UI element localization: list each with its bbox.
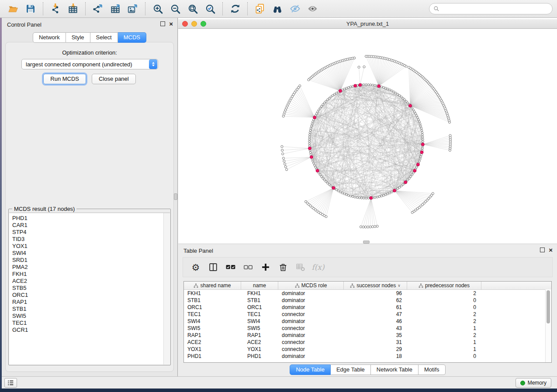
network-node[interactable]: [346, 87, 348, 89]
network-node[interactable]: [363, 197, 365, 199]
mcds-result-item[interactable]: STP4: [12, 229, 163, 236]
network-node[interactable]: [383, 86, 385, 89]
network-node[interactable]: [319, 107, 322, 109]
optimization-criterion-select[interactable]: largest connected component (undirected): [21, 59, 158, 69]
network-node[interactable]: [367, 84, 370, 86]
network-leaf-node[interactable]: [281, 149, 284, 151]
mcds-dominator-node[interactable]: [339, 89, 342, 93]
network-node[interactable]: [336, 92, 338, 94]
network-node[interactable]: [395, 92, 397, 94]
network-node[interactable]: [397, 188, 399, 190]
mcds-dominator-node[interactable]: [416, 163, 419, 166]
network-leaf-node[interactable]: [369, 226, 371, 228]
mcds-dominator-node[interactable]: [413, 169, 416, 172]
cell-mcds-role[interactable]: connector: [278, 311, 344, 318]
network-node[interactable]: [420, 125, 422, 127]
zoom-selected-button[interactable]: [202, 2, 218, 16]
table-row[interactable]: YOX1YOX1connector291: [184, 346, 551, 353]
network-leaf-node[interactable]: [284, 163, 286, 165]
network-node[interactable]: [309, 129, 311, 131]
table-row[interactable]: ORC1ORC1dominator610: [184, 304, 551, 311]
mcds-result-item[interactable]: STB1: [12, 306, 163, 313]
network-node[interactable]: [323, 102, 325, 104]
network-node[interactable]: [411, 107, 413, 109]
cell-successor-nodes[interactable]: 46: [344, 318, 407, 325]
column-header-successor-nodes[interactable]: successor nodes∨: [344, 282, 407, 289]
cell-successor-nodes[interactable]: 35: [344, 332, 407, 339]
tab-network[interactable]: Network: [33, 32, 66, 43]
network-node[interactable]: [308, 141, 311, 143]
mcds-result-item[interactable]: FKH1: [12, 271, 163, 278]
network-node[interactable]: [348, 86, 350, 89]
mcds-result-item[interactable]: RAP1: [12, 299, 163, 306]
network-node[interactable]: [346, 194, 348, 196]
column-header-shared-name[interactable]: shared name: [184, 282, 241, 289]
network-node[interactable]: [370, 84, 372, 86]
network-node[interactable]: [308, 143, 311, 145]
network-node[interactable]: [352, 196, 354, 198]
network-node[interactable]: [365, 84, 367, 86]
cell-shared-name[interactable]: FKH1: [184, 290, 241, 297]
network-node[interactable]: [327, 182, 329, 184]
network-node[interactable]: [337, 190, 339, 192]
network-node[interactable]: [349, 86, 352, 88]
network-node[interactable]: [398, 186, 401, 189]
tab-node-table[interactable]: Node Table: [290, 364, 331, 375]
network-node[interactable]: [343, 88, 346, 90]
float-panel-icon[interactable]: [160, 21, 165, 26]
close-panel-icon[interactable]: ×: [169, 21, 173, 26]
cell-successor-nodes[interactable]: 61: [344, 304, 407, 311]
network-node[interactable]: [411, 174, 413, 176]
cell-name[interactable]: FKH1: [241, 290, 278, 297]
cell-name[interactable]: YOX1: [241, 346, 278, 353]
horizontal-splitter-handle[interactable]: [363, 241, 370, 244]
save-session-button[interactable]: [23, 2, 38, 16]
network-node[interactable]: [416, 166, 418, 168]
mcds-result-list[interactable]: PHD1CAR1STP4TID3YOX1SWI4SRD1PMA2FKH1ACE2…: [9, 213, 170, 364]
close-panel-button[interactable]: Close panel: [92, 74, 136, 84]
network-leaf-node[interactable]: [408, 66, 410, 69]
network-node[interactable]: [419, 160, 421, 162]
select-all-columns-button[interactable]: [224, 261, 237, 274]
network-node[interactable]: [309, 151, 311, 154]
mcds-result-item[interactable]: YOX1: [12, 243, 163, 250]
network-node[interactable]: [385, 194, 387, 196]
cell-name[interactable]: SWI5: [241, 325, 278, 332]
network-node[interactable]: [410, 175, 412, 178]
network-node[interactable]: [378, 196, 381, 198]
network-node[interactable]: [405, 100, 408, 103]
unselect-all-columns-button[interactable]: [242, 261, 255, 274]
window-minimize-icon[interactable]: [191, 21, 197, 27]
cell-predecessor-nodes[interactable]: 0: [407, 297, 481, 304]
cell-shared-name[interactable]: RAP1: [184, 332, 241, 339]
network-node[interactable]: [341, 192, 343, 194]
network-node[interactable]: [372, 84, 374, 86]
zoom-fit-button[interactable]: [185, 2, 201, 16]
network-node[interactable]: [358, 197, 360, 199]
network-node[interactable]: [391, 191, 393, 193]
tab-mcds[interactable]: MCDS: [118, 32, 146, 43]
network-node[interactable]: [419, 158, 421, 160]
network-node[interactable]: [419, 121, 421, 123]
network-node[interactable]: [404, 99, 406, 101]
hide-details-button[interactable]: [287, 2, 303, 16]
network-node[interactable]: [354, 196, 356, 198]
cell-name[interactable]: SWI4: [241, 318, 278, 325]
show-details-button[interactable]: [304, 2, 320, 16]
network-node[interactable]: [416, 115, 418, 117]
network-node[interactable]: [310, 127, 312, 129]
cell-successor-nodes[interactable]: 96: [344, 290, 407, 297]
network-leaf-node[interactable]: [364, 226, 367, 228]
network-node[interactable]: [361, 197, 363, 199]
table-row[interactable]: PHD1PHD1dominator180: [184, 353, 551, 360]
network-node[interactable]: [376, 196, 378, 198]
cell-mcds-role[interactable]: dominator: [278, 318, 344, 325]
cell-shared-name[interactable]: TEC1: [184, 311, 241, 318]
network-node[interactable]: [383, 194, 385, 196]
network-node[interactable]: [317, 111, 319, 113]
network-node[interactable]: [422, 134, 424, 136]
network-node[interactable]: [327, 99, 329, 101]
close-table-panel-icon[interactable]: ×: [549, 248, 553, 252]
cell-successor-nodes[interactable]: 18: [344, 353, 407, 360]
network-node[interactable]: [315, 113, 318, 115]
